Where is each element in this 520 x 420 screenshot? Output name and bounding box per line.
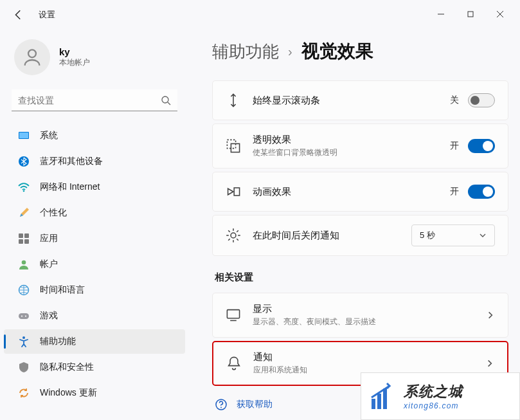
setting-dismiss-notifications: 在此时间后关闭通知 5 秒 <box>212 215 508 256</box>
search-box[interactable] <box>12 89 177 111</box>
svg-point-24 <box>231 233 236 238</box>
user-subtitle: 本地帐户 <box>59 57 90 68</box>
svg-rect-1 <box>468 12 473 17</box>
sidebar-item-system[interactable]: 系统 <box>4 123 185 148</box>
system-icon <box>18 130 30 142</box>
sidebar-item-label: 个性化 <box>40 207 67 219</box>
search-icon <box>161 95 171 105</box>
display-icon <box>226 307 241 323</box>
accounts-icon <box>18 259 30 270</box>
sidebar-item-label: 辅助功能 <box>40 336 76 347</box>
sidebar-item-label: 帐户 <box>40 259 58 270</box>
svg-rect-17 <box>19 313 29 319</box>
svg-rect-37 <box>372 399 375 409</box>
breadcrumb: 辅助功能 › 视觉效果 <box>212 39 508 64</box>
svg-line-6 <box>168 102 170 105</box>
content: 辅助功能 › 视觉效果 始终显示滚动条 关 透明效果 使某些窗口背景略微透明 <box>193 28 520 420</box>
app-title: 设置 <box>39 9 55 21</box>
sidebar-item-label: 网络和 Internet <box>40 181 100 193</box>
page-title: 视觉效果 <box>301 39 373 64</box>
accessibility-icon <box>18 336 30 347</box>
bell-icon <box>226 356 242 371</box>
toggle-state: 关 <box>450 95 459 106</box>
sidebar-item-bluetooth[interactable]: 蓝牙和其他设备 <box>4 149 185 174</box>
sidebar-item-apps[interactable]: 应用 <box>4 226 185 251</box>
sidebar-item-label: Windows 更新 <box>40 387 97 399</box>
sidebar-item-label: 蓝牙和其他设备 <box>40 156 103 167</box>
svg-rect-33 <box>227 310 239 318</box>
svg-rect-39 <box>383 388 387 409</box>
svg-line-32 <box>237 230 238 232</box>
transparency-toggle[interactable] <box>468 139 495 153</box>
sidebar: ky 本地帐户 系统 蓝牙和其他设备 网络和 Inte <box>0 28 193 420</box>
breadcrumb-parent[interactable]: 辅助功能 <box>212 41 279 63</box>
link-title: 显示 <box>253 303 486 315</box>
back-button[interactable] <box>13 9 24 21</box>
sidebar-item-personalization[interactable]: 个性化 <box>4 201 185 225</box>
svg-point-18 <box>21 315 22 316</box>
animation-icon <box>226 184 241 199</box>
sidebar-item-label: 游戏 <box>40 310 58 322</box>
user-name: ky <box>59 46 90 57</box>
sidebar-item-windows-update[interactable]: Windows 更新 <box>4 381 185 405</box>
setting-scrollbar: 始终显示滚动条 关 <box>212 80 508 120</box>
setting-animation: 动画效果 开 <box>212 172 508 212</box>
sidebar-item-time-language[interactable]: 时间和语言 <box>4 278 185 302</box>
avatar <box>14 39 50 75</box>
bluetooth-icon <box>18 156 30 167</box>
apps-icon <box>18 233 30 244</box>
update-icon <box>18 387 30 399</box>
toggle-state: 开 <box>450 186 459 197</box>
sidebar-item-label: 应用 <box>40 233 58 244</box>
dropdown-value: 5 秒 <box>420 230 435 241</box>
chevron-right-icon: › <box>288 44 292 59</box>
svg-line-29 <box>228 230 230 232</box>
help-label: 获取帮助 <box>237 399 273 410</box>
watermark-url: xitong86.com <box>404 401 463 410</box>
watermark-title: 系统之城 <box>404 382 463 401</box>
dismiss-duration-dropdown[interactable]: 5 秒 <box>411 224 495 246</box>
setting-transparency: 透明效果 使某些窗口背景略微透明 开 <box>212 123 508 169</box>
setting-title: 动画效果 <box>253 186 450 198</box>
svg-point-4 <box>28 50 36 57</box>
scrollbar-icon <box>226 93 241 108</box>
shield-icon <box>18 361 30 373</box>
link-subtitle: 显示器、亮度、夜间模式、显示描述 <box>253 316 486 327</box>
related-display[interactable]: 显示 显示器、亮度、夜间模式、显示描述 <box>212 293 508 338</box>
brightness-icon <box>226 228 241 243</box>
transparency-icon <box>226 138 241 154</box>
user-block[interactable]: ky 本地帐户 <box>0 28 189 89</box>
svg-point-15 <box>22 260 26 265</box>
animation-toggle[interactable] <box>468 185 495 199</box>
setting-title: 始终显示滚动条 <box>253 95 450 107</box>
sidebar-item-network[interactable]: 网络和 Internet <box>4 175 185 199</box>
clock-globe-icon <box>18 284 30 296</box>
svg-rect-8 <box>19 132 28 138</box>
svg-line-30 <box>237 239 238 241</box>
brush-icon <box>18 207 30 219</box>
maximize-button[interactable] <box>456 4 485 24</box>
svg-point-36 <box>220 407 222 408</box>
sidebar-item-privacy[interactable]: 隐私和安全性 <box>4 355 185 379</box>
related-heading: 相关设置 <box>215 271 508 284</box>
svg-point-19 <box>25 315 26 316</box>
sidebar-item-accessibility[interactable]: 辅助功能 <box>4 329 185 354</box>
minimize-button[interactable] <box>426 4 456 24</box>
watermark-logo-icon <box>368 381 399 412</box>
close-button[interactable] <box>485 4 515 24</box>
nav: 系统 蓝牙和其他设备 网络和 Internet 个性化 应用 <box>0 120 189 408</box>
svg-rect-38 <box>377 394 381 409</box>
svg-rect-14 <box>24 239 29 244</box>
sidebar-item-label: 隐私和安全性 <box>40 361 94 373</box>
scrollbar-toggle[interactable] <box>468 93 495 107</box>
svg-line-31 <box>228 239 230 241</box>
setting-subtitle: 使某些窗口背景略微透明 <box>253 147 450 158</box>
chevron-right-icon <box>485 359 494 368</box>
sidebar-item-label: 时间和语言 <box>40 284 85 296</box>
wifi-icon <box>18 181 30 193</box>
search-input[interactable] <box>12 89 177 111</box>
svg-point-20 <box>22 336 25 339</box>
sidebar-item-gaming[interactable]: 游戏 <box>4 304 185 328</box>
sidebar-item-accounts[interactable]: 帐户 <box>4 252 185 277</box>
watermark: 系统之城 xitong86.com <box>361 372 520 420</box>
